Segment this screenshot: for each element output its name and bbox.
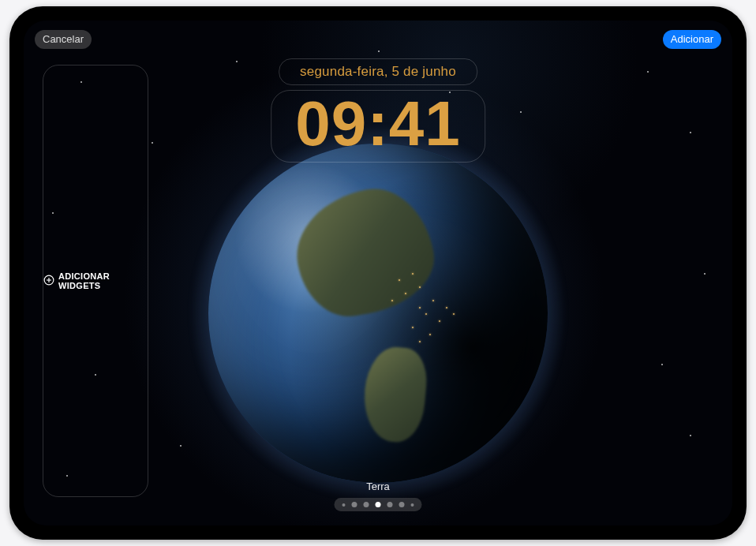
earth-wallpaper bbox=[208, 144, 548, 483]
add-widgets-label: ADICIONAR WIDGETS bbox=[58, 271, 148, 290]
clock-widget[interactable]: 09:41 bbox=[271, 90, 485, 163]
page-dot[interactable] bbox=[352, 502, 357, 507]
page-dot[interactable] bbox=[342, 503, 346, 507]
add-widgets-button[interactable]: ADICIONAR WIDGETS bbox=[43, 271, 148, 290]
page-dot[interactable] bbox=[399, 502, 405, 507]
lockscreen-editor: Cancelar Adicionar segunda-feira, 5 de j… bbox=[24, 21, 732, 525]
page-dot[interactable] bbox=[387, 502, 393, 507]
wallpaper-pager[interactable] bbox=[335, 498, 422, 511]
date-time-group: segunda-feira, 5 de junho 09:41 bbox=[271, 58, 485, 163]
device-frame: Cancelar Adicionar segunda-feira, 5 de j… bbox=[9, 6, 747, 540]
widget-slot-left[interactable]: ADICIONAR WIDGETS bbox=[43, 65, 148, 497]
wallpaper-name-label: Terra bbox=[366, 481, 390, 492]
page-dot[interactable] bbox=[364, 502, 369, 507]
date-widget[interactable]: segunda-feira, 5 de junho bbox=[279, 58, 477, 85]
plus-circle-icon bbox=[43, 275, 54, 287]
cancel-button[interactable]: Cancelar bbox=[35, 30, 92, 49]
page-dot[interactable] bbox=[411, 503, 414, 507]
add-button[interactable]: Adicionar bbox=[663, 30, 721, 49]
top-bar: Cancelar Adicionar bbox=[35, 30, 721, 49]
page-dot-active[interactable] bbox=[376, 502, 381, 507]
